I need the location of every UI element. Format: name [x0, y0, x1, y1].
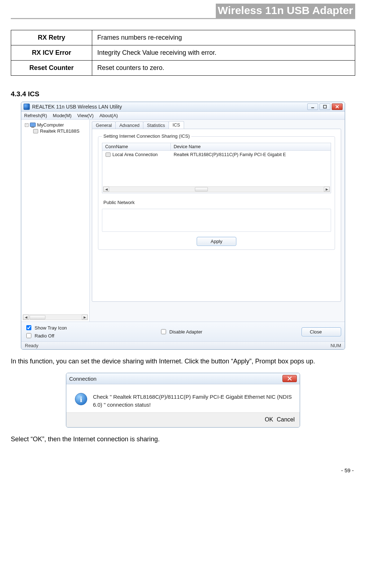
tab-content-area: General Advanced Statistics ICS Setting …: [90, 120, 345, 322]
utility-window: REALTEK 11n USB Wireless LAN Utility Ref…: [21, 102, 345, 350]
def-label: RX Retry: [11, 30, 92, 45]
scroll-right-icon[interactable]: ▶: [324, 187, 330, 192]
device-tree: − MyComputer Realtek RTL8188S ◀ ▶: [21, 120, 90, 322]
paragraph-2: Select “OK”, then the Internet connectio…: [11, 433, 355, 446]
dialog-message: Check " Realtek RTL8168C(P)/8111C(P) Fam…: [93, 393, 293, 409]
cell-devicename: Realtek RTL8168C(P)/8111C(P) Family PCI-…: [171, 151, 331, 158]
scroll-left-icon[interactable]: ◀: [103, 187, 109, 192]
document-header: Wireless 11n USB Adapter: [11, 4, 355, 19]
app-icon: [23, 103, 30, 110]
tree-horizontal-scrollbar[interactable]: ◀ ▶: [23, 314, 88, 320]
info-icon: [75, 393, 87, 405]
dialog-close-button[interactable]: [282, 375, 297, 382]
menu-about[interactable]: About(A): [99, 113, 118, 118]
tree-collapse-icon[interactable]: −: [25, 123, 28, 127]
tree-child[interactable]: Realtek RTL8188S: [23, 128, 88, 134]
menu-mode[interactable]: Mode(M): [53, 113, 72, 118]
tab-general[interactable]: General: [92, 121, 116, 129]
status-bar: Ready NUM: [21, 341, 345, 349]
tree-root-label: MyComputer: [37, 122, 64, 128]
definitions-table: RX Retry Frames numbers re-receiving RX …: [11, 30, 355, 76]
dialog-title: Connection: [69, 376, 282, 382]
scroll-thumb[interactable]: [195, 187, 208, 191]
status-right: NUM: [330, 343, 341, 348]
minimize-button[interactable]: [307, 103, 318, 110]
scroll-left-icon[interactable]: ◀: [23, 315, 29, 320]
minimize-icon: [311, 105, 314, 109]
close-icon: [335, 105, 339, 109]
network-icon: [105, 152, 111, 157]
def-desc: Frames numbers re-receiving: [92, 30, 355, 45]
listview-row[interactable]: Local Area Connection Realtek RTL8168C(P…: [102, 151, 331, 159]
scroll-right-icon[interactable]: ▶: [82, 315, 88, 320]
ok-button[interactable]: OK: [265, 416, 273, 423]
col-connname[interactable]: ConnName: [102, 143, 171, 150]
show-tray-label: Show Tray Icon: [35, 325, 67, 331]
table-row: RX ICV Error Integrity Check Value recei…: [11, 45, 355, 61]
public-network-label: Public Network: [103, 200, 335, 205]
table-row: RX Retry Frames numbers re-receiving: [11, 30, 355, 45]
paragraph-1: In this function, you can set the device…: [11, 355, 355, 368]
maximize-icon: [323, 105, 327, 109]
def-desc: Integrity Check Value receiving with err…: [92, 45, 355, 61]
nic-icon: [33, 129, 39, 134]
svg-rect-1: [323, 105, 326, 108]
radio-off-input[interactable]: [26, 333, 31, 338]
table-row: Reset Counter Reset counters to zero.: [11, 61, 355, 76]
def-label: RX ICV Error: [11, 45, 92, 61]
tab-statistics[interactable]: Statistics: [143, 121, 169, 129]
connection-dialog: Connection Check " Realtek RTL8168C(P)/8…: [66, 373, 300, 428]
close-window-button[interactable]: Close: [302, 327, 341, 336]
radio-off-label: Radio Off: [35, 333, 54, 339]
def-desc: Reset counters to zero.: [92, 61, 355, 76]
status-left: Ready: [25, 343, 39, 348]
dialog-titlebar[interactable]: Connection: [66, 373, 300, 384]
cancel-button[interactable]: Cancel: [277, 416, 295, 423]
ics-group-legend: Setting Internet Connection Sharing (ICS…: [102, 133, 191, 139]
disable-adapter-checkbox[interactable]: Disable Adapter: [160, 328, 202, 335]
def-label: Reset Counter: [11, 61, 92, 76]
tree-root[interactable]: − MyComputer: [23, 122, 88, 128]
window-bottom-bar: Show Tray Icon Radio Off Disable Adapter…: [21, 322, 345, 341]
tab-panel-ics: Setting Internet Connection Sharing (ICS…: [92, 129, 341, 302]
section-heading: 4.3.4 ICS: [11, 90, 355, 98]
window-titlebar[interactable]: REALTEK 11n USB Wireless LAN Utility: [21, 102, 345, 112]
tab-advanced[interactable]: Advanced: [115, 121, 143, 129]
tree-child-label: Realtek RTL8188S: [40, 128, 80, 134]
computer-icon: [30, 123, 36, 128]
close-button[interactable]: [332, 103, 343, 110]
tab-ics[interactable]: ICS: [169, 121, 184, 129]
disable-adapter-input[interactable]: [161, 329, 166, 334]
show-tray-checkbox[interactable]: Show Tray Icon: [25, 324, 67, 331]
cell-connname: Local Area Connection: [102, 151, 171, 158]
connections-listview[interactable]: ConnName Device Name Local Area Connecti…: [102, 143, 331, 193]
public-network-box[interactable]: [102, 209, 331, 232]
col-devicename[interactable]: Device Name: [171, 143, 331, 150]
cell-connname-text: Local Area Connection: [112, 152, 158, 157]
menu-refresh[interactable]: Refresh(R): [24, 113, 47, 118]
scroll-thumb[interactable]: [30, 315, 45, 319]
window-title: REALTEK 11n USB Wireless LAN Utility: [32, 104, 307, 110]
menubar: Refresh(R) Mode(M) View(V) About(A): [21, 112, 345, 120]
document-header-title: Wireless 11n USB Adapter: [216, 4, 355, 18]
ics-groupbox: Setting Internet Connection Sharing (ICS…: [98, 136, 335, 250]
apply-button[interactable]: Apply: [197, 237, 236, 246]
listview-horizontal-scrollbar[interactable]: ◀ ▶: [103, 186, 330, 192]
listview-header: ConnName Device Name: [102, 143, 331, 151]
maximize-button[interactable]: [320, 103, 330, 110]
page-number: - 59 -: [11, 467, 355, 473]
disable-adapter-label: Disable Adapter: [169, 329, 202, 335]
radio-off-checkbox[interactable]: Radio Off: [25, 332, 67, 339]
close-icon: [287, 376, 292, 381]
menu-view[interactable]: View(V): [77, 113, 94, 118]
show-tray-input[interactable]: [26, 325, 31, 330]
tab-strip: General Advanced Statistics ICS: [92, 121, 341, 129]
